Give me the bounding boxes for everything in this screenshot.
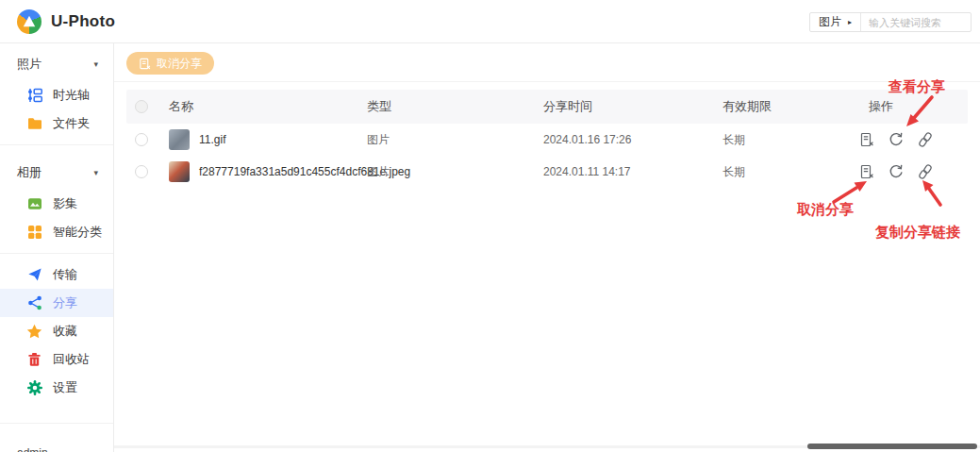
u-photo-logo-icon	[17, 9, 42, 34]
view-share-icon[interactable]	[889, 164, 904, 179]
table-header: 名称 类型 分享时间 有效期限 操作	[126, 90, 968, 124]
sidebar-item-timeline[interactable]: 时光轴	[0, 81, 113, 109]
sidebar-item-label: 设置	[53, 379, 77, 396]
star-icon	[26, 324, 42, 340]
toolbar: 取消分享	[114, 43, 980, 81]
row-actions	[859, 132, 968, 147]
sidebar-item-label: 智能分类	[53, 224, 102, 241]
user-name: admin	[0, 430, 113, 452]
row-checkbox[interactable]	[135, 165, 148, 178]
table-row[interactable]: f2877719fa331a5d91c455cf4dcf681e.jpeg 图片…	[126, 156, 968, 188]
photo-album-icon	[26, 196, 42, 212]
chevron-down-icon: ▾	[93, 168, 98, 177]
top-bar: U-Photo 图片 ▸	[0, 0, 980, 43]
main-content: 取消分享 名称 类型 分享时间 有效期限 操作 11.gif 图片 2024.0…	[114, 43, 980, 452]
divider	[0, 423, 113, 424]
folder-icon	[26, 116, 42, 132]
sidebar-item-label: 影集	[53, 195, 77, 212]
sidebar-item-label: 分享	[53, 294, 77, 311]
column-header-type: 类型	[367, 98, 543, 115]
sidebar-group-photos[interactable]: 照片 ▾	[0, 43, 113, 81]
share-table: 名称 类型 分享时间 有效期限 操作 11.gif 图片 2024.01.16 …	[114, 82, 980, 188]
view-share-icon[interactable]	[889, 132, 904, 147]
group-label-text: 相册	[17, 164, 42, 181]
column-header-actions: 操作	[859, 98, 968, 115]
copy-link-icon[interactable]	[918, 132, 933, 147]
sidebar-item-transfer[interactable]: 传输	[0, 260, 113, 289]
caret-right-icon: ▸	[848, 18, 852, 26]
app-logo: U-Photo	[0, 9, 115, 34]
copy-link-icon[interactable]	[918, 164, 933, 179]
share-icon	[26, 295, 42, 311]
share-time: 2024.01.16 17:26	[543, 133, 723, 146]
sidebar-item-settings[interactable]: 设置	[0, 374, 113, 402]
search-category-dropdown[interactable]: 图片 ▸	[810, 14, 860, 30]
divider	[0, 253, 113, 254]
column-header-validity: 有效期限	[723, 98, 859, 115]
smart-category-icon	[26, 225, 42, 241]
sidebar: 照片 ▾ 时光轴 文件夹 相册 ▾ 影集 智能分类 传输	[0, 43, 114, 452]
share-time: 2024.01.11 14:17	[543, 165, 723, 178]
sidebar-item-label: 时光轴	[53, 87, 90, 104]
sidebar-item-albums[interactable]: 影集	[0, 190, 113, 218]
trash-icon	[26, 352, 42, 368]
table-row[interactable]: 11.gif 图片 2024.01.16 17:26 长期	[126, 124, 968, 156]
cancel-share-icon[interactable]	[859, 132, 874, 147]
sidebar-item-recycle-bin[interactable]: 回收站	[0, 345, 113, 374]
cancel-share-button[interactable]: 取消分享	[126, 52, 214, 75]
sidebar-item-share[interactable]: 分享	[0, 289, 113, 317]
row-actions	[859, 164, 968, 179]
column-header-share-time: 分享时间	[543, 98, 723, 115]
brand-name: U-Photo	[51, 12, 115, 31]
file-thumbnail	[169, 161, 190, 182]
file-thumbnail	[169, 129, 190, 150]
sidebar-item-favorites[interactable]: 收藏	[0, 317, 113, 345]
search-bar: 图片 ▸	[809, 12, 972, 32]
file-type: 图片	[367, 164, 543, 180]
group-label-text: 照片	[17, 56, 42, 73]
column-header-name: 名称	[169, 98, 367, 115]
transfer-icon	[26, 267, 42, 283]
validity: 长期	[723, 132, 859, 148]
sidebar-item-folders[interactable]: 文件夹	[0, 109, 113, 138]
chevron-down-icon: ▾	[93, 59, 98, 69]
horizontal-scrollbar-thumb[interactable]	[807, 444, 977, 449]
sidebar-item-label: 传输	[53, 266, 77, 283]
sidebar-item-label: 文件夹	[53, 115, 90, 132]
row-checkbox[interactable]	[135, 133, 148, 146]
search-category-label: 图片	[819, 14, 841, 30]
validity: 长期	[723, 164, 859, 180]
timeline-icon	[26, 88, 42, 104]
divider	[0, 144, 113, 145]
sidebar-item-smart-category[interactable]: 智能分类	[0, 218, 113, 246]
file-name: 11.gif	[199, 133, 225, 146]
cancel-share-icon[interactable]	[859, 164, 874, 179]
select-all-checkbox[interactable]	[135, 100, 148, 113]
sidebar-item-label: 收藏	[53, 323, 77, 340]
sidebar-item-label: 回收站	[53, 351, 90, 368]
search-input[interactable]	[861, 17, 955, 28]
cancel-share-button-icon	[139, 58, 151, 70]
sidebar-group-albums[interactable]: 相册 ▾	[0, 152, 113, 190]
file-type: 图片	[367, 132, 543, 148]
gear-icon	[26, 380, 42, 396]
cancel-share-button-label: 取消分享	[157, 56, 202, 72]
